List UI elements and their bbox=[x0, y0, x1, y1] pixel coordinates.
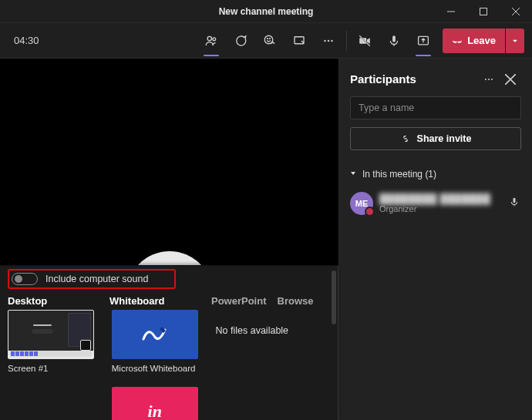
cat-desktop: Desktop bbox=[8, 295, 109, 307]
mic-icon[interactable] bbox=[379, 23, 409, 59]
svg-rect-15 bbox=[513, 198, 516, 203]
meeting-timer: 04:30 bbox=[14, 35, 39, 46]
title-bar: New channel meeting bbox=[0, 0, 532, 23]
chat-icon[interactable] bbox=[226, 23, 255, 59]
meeting-toolbar: 04:30 Leave bbox=[0, 23, 532, 59]
share-categories: Desktop Whiteboard PowerPoint Browse bbox=[8, 291, 330, 310]
screen1-label: Screen #1 bbox=[8, 364, 96, 373]
cat-browse[interactable]: Browse bbox=[278, 295, 314, 307]
participant-avatar: ME bbox=[350, 192, 373, 215]
participants-icon[interactable] bbox=[197, 23, 226, 59]
share-invite-button[interactable]: Share invite bbox=[350, 127, 521, 150]
cat-powerpoint[interactable]: PowerPoint bbox=[211, 295, 267, 307]
share-tray: Include computer sound Desktop Whiteboar… bbox=[0, 265, 338, 420]
no-files-text: No files available bbox=[216, 310, 330, 336]
maximize-button[interactable] bbox=[467, 0, 500, 23]
type-name-input[interactable]: Type a name bbox=[350, 96, 521, 119]
svg-point-2 bbox=[213, 37, 216, 40]
ms-whiteboard-label: Microsoft Whiteboard bbox=[112, 364, 200, 373]
include-sound-toggle[interactable] bbox=[12, 273, 38, 285]
participant-name: ████████ ███████ bbox=[379, 193, 503, 204]
powerpoint-column: No files available bbox=[216, 310, 330, 420]
window-controls bbox=[435, 0, 532, 23]
svg-rect-10 bbox=[392, 35, 396, 42]
share-icon[interactable] bbox=[409, 23, 438, 59]
include-sound-label: Include computer sound bbox=[45, 274, 148, 284]
svg-point-12 bbox=[485, 79, 487, 80]
svg-point-9 bbox=[331, 39, 332, 41]
leave-button[interactable]: Leave bbox=[443, 29, 505, 53]
video-stage: Include computer sound Desktop Whiteboar… bbox=[0, 59, 339, 420]
leave-label: Leave bbox=[467, 35, 496, 46]
svg-rect-0 bbox=[480, 8, 487, 15]
reactions-icon[interactable] bbox=[255, 23, 285, 59]
cat-whiteboard: Whiteboard bbox=[109, 295, 211, 307]
participants-more-icon[interactable] bbox=[478, 73, 500, 86]
close-button[interactable] bbox=[500, 0, 532, 23]
participants-title: Participants bbox=[350, 72, 478, 86]
svg-point-14 bbox=[491, 79, 493, 80]
svg-rect-6 bbox=[295, 36, 304, 43]
participant-row[interactable]: ME ████████ ███████ Organizer bbox=[350, 192, 521, 215]
participant-role: Organizer bbox=[379, 204, 503, 213]
desktop-column: Screen #1 bbox=[8, 310, 96, 420]
whiteboard-column: Microsoft Whiteboard in Freehand by InVi… bbox=[112, 310, 200, 420]
participants-close-icon[interactable] bbox=[500, 74, 521, 85]
leave-caret[interactable] bbox=[506, 29, 524, 53]
section-in-meeting[interactable]: In this meeting (1) bbox=[350, 169, 521, 180]
svg-point-13 bbox=[488, 79, 490, 80]
invision-thumb[interactable]: in bbox=[112, 387, 198, 420]
svg-point-7 bbox=[324, 39, 325, 41]
screen1-thumb[interactable] bbox=[8, 310, 94, 359]
ms-whiteboard-thumb[interactable] bbox=[112, 310, 198, 359]
svg-point-5 bbox=[270, 38, 271, 39]
participant-mic-icon[interactable] bbox=[509, 197, 520, 210]
svg-point-1 bbox=[207, 36, 211, 40]
include-sound-row: Include computer sound bbox=[8, 269, 176, 289]
rooms-icon[interactable] bbox=[285, 23, 314, 59]
minimize-button[interactable] bbox=[435, 0, 467, 23]
share-invite-label: Share invite bbox=[417, 133, 472, 144]
tray-scrollbar[interactable] bbox=[332, 270, 336, 324]
more-icon[interactable] bbox=[314, 23, 343, 59]
toolbar-separator bbox=[346, 31, 347, 51]
svg-point-4 bbox=[268, 38, 268, 39]
camera-off-icon[interactable] bbox=[350, 23, 379, 59]
leave-group: Leave bbox=[443, 29, 524, 53]
svg-point-8 bbox=[328, 39, 329, 41]
participants-panel: Participants Type a name Share invite In… bbox=[339, 59, 532, 420]
